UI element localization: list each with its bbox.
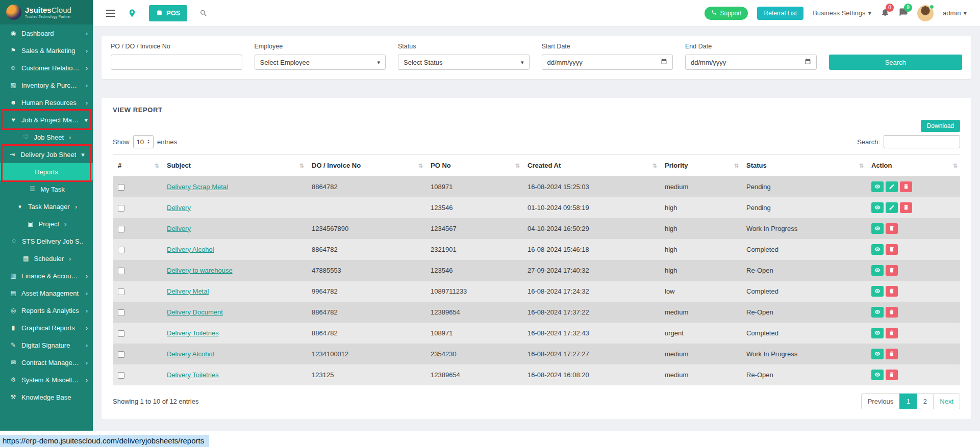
sort-icon[interactable]: ⇅ bbox=[953, 162, 958, 169]
page-button-1[interactable]: 1 bbox=[899, 393, 917, 409]
app-logo[interactable]: JsuitesCloud Trusted Technology Partner bbox=[0, 0, 93, 24]
notifications-bell[interactable]: 0 bbox=[881, 8, 890, 19]
column-header-action[interactable]: Action⇅ bbox=[866, 155, 960, 176]
column-header-po-no[interactable]: PO No⇅ bbox=[425, 155, 522, 176]
sidebar-item-customer-relationshi[interactable]: ☺Customer Relationshi...› bbox=[0, 59, 93, 76]
support-button[interactable]: Support bbox=[705, 7, 748, 20]
subject-link[interactable]: Delivery Alcohol bbox=[167, 246, 214, 253]
delete-button[interactable] bbox=[886, 223, 898, 234]
sidebar-item-job-project-manag[interactable]: ♥Job & Project Manag...▾ bbox=[0, 111, 93, 128]
referral-list-button[interactable]: Referral List bbox=[757, 7, 803, 20]
page-length-select[interactable]: 10 ▲▼ bbox=[133, 135, 154, 148]
subject-link[interactable]: Delivery Alcohol bbox=[167, 350, 214, 358]
page-button-next[interactable]: Next bbox=[933, 393, 960, 409]
view-button[interactable] bbox=[871, 244, 884, 255]
view-button[interactable] bbox=[871, 370, 884, 380]
sort-icon[interactable]: ⇅ bbox=[299, 162, 304, 169]
sidebar-item-knowledge-base[interactable]: ⚒Knowledge Base bbox=[0, 388, 93, 406]
view-button[interactable] bbox=[871, 349, 884, 359]
delete-button[interactable] bbox=[886, 286, 898, 297]
row-checkbox[interactable] bbox=[118, 184, 124, 191]
edit-button[interactable] bbox=[886, 202, 898, 213]
sidebar-item-digital-signature[interactable]: ✎Digital Signature› bbox=[0, 336, 93, 354]
sort-icon[interactable]: ⇅ bbox=[418, 162, 423, 169]
view-button[interactable] bbox=[871, 307, 884, 318]
sidebar-item-sts-delivery-job-s[interactable]: ♢STS Delivery Job S.. bbox=[0, 232, 93, 250]
row-checkbox[interactable] bbox=[118, 268, 124, 274]
delete-button[interactable] bbox=[886, 265, 898, 276]
view-button[interactable] bbox=[871, 223, 884, 234]
sort-icon[interactable]: ⇅ bbox=[652, 162, 657, 169]
subject-link[interactable]: Delivery Metal bbox=[167, 287, 209, 295]
sidebar-item-asset-management[interactable]: ▤Asset Management› bbox=[0, 284, 93, 302]
employee-select[interactable]: Select Employee ▾ bbox=[255, 55, 386, 70]
view-button[interactable] bbox=[871, 181, 884, 192]
view-button[interactable] bbox=[871, 202, 884, 213]
user-avatar[interactable] bbox=[917, 5, 934, 21]
row-checkbox[interactable] bbox=[118, 309, 124, 316]
column-header-do-invoice-no[interactable]: DO / Invoice No⇅ bbox=[307, 155, 425, 176]
view-button[interactable] bbox=[871, 286, 884, 297]
page-button-2[interactable]: 2 bbox=[916, 393, 934, 409]
sidebar-item-scheduler[interactable]: ▦Scheduler› bbox=[0, 250, 93, 267]
search-button[interactable]: Search bbox=[829, 55, 963, 70]
sidebar-item-finance-accounting[interactable]: ▥Finance & Accounting› bbox=[0, 267, 93, 284]
row-checkbox[interactable] bbox=[118, 247, 124, 253]
delete-button[interactable] bbox=[886, 244, 898, 255]
subject-link[interactable]: Delivery bbox=[167, 225, 191, 232]
sidebar-item-dashboard[interactable]: ◉Dashboard› bbox=[0, 24, 93, 42]
sidebar-item-my-task[interactable]: ☰My Task bbox=[0, 180, 93, 198]
column-header-created-at[interactable]: Created At⇅ bbox=[522, 155, 660, 176]
delete-button[interactable] bbox=[886, 307, 898, 318]
edit-button[interactable] bbox=[886, 181, 898, 192]
row-checkbox[interactable] bbox=[118, 205, 124, 212]
column-header-subject[interactable]: Subject⇅ bbox=[162, 155, 307, 176]
pos-button[interactable]: POS bbox=[149, 5, 187, 21]
delete-button[interactable] bbox=[886, 370, 898, 380]
page-button-previous[interactable]: Previous bbox=[861, 393, 900, 409]
end-date-input[interactable]: dd/mm/yyyy bbox=[685, 55, 817, 70]
business-settings-dropdown[interactable]: Business Settings ▾ bbox=[813, 9, 871, 17]
view-button[interactable] bbox=[871, 265, 884, 276]
sort-icon[interactable]: ⇅ bbox=[155, 162, 159, 169]
subject-link[interactable]: Delivery Document bbox=[167, 308, 223, 316]
sidebar-item-inventory-purchasi[interactable]: ▧Inventory & Purchasi...› bbox=[0, 76, 93, 94]
po-invoice-input[interactable] bbox=[111, 55, 242, 70]
subject-link[interactable]: Delivery to warehouse bbox=[167, 267, 233, 274]
subject-link[interactable]: Delivery bbox=[167, 204, 191, 212]
search-icon[interactable] bbox=[199, 9, 208, 17]
sidebar-item-contract-management[interactable]: ✉Contract Management› bbox=[0, 354, 93, 371]
sort-icon[interactable]: ⇅ bbox=[515, 162, 520, 169]
sidebar-item-delivery-job-sheet[interactable]: ⇥Delivery Job Sheet▾ bbox=[0, 146, 93, 163]
delete-button[interactable] bbox=[900, 181, 912, 192]
location-icon[interactable] bbox=[128, 9, 137, 18]
delete-button[interactable] bbox=[900, 202, 912, 213]
sidebar-item-reports[interactable]: Reports bbox=[0, 163, 93, 180]
row-checkbox[interactable] bbox=[118, 226, 124, 232]
subject-link[interactable]: Delivery Toiletries bbox=[167, 329, 219, 337]
sidebar-item-task-manager[interactable]: ♦Task Manager› bbox=[0, 198, 93, 215]
delete-button[interactable] bbox=[886, 328, 898, 338]
sidebar-item-graphical-reports[interactable]: ▮Graphical Reports› bbox=[0, 319, 93, 336]
start-date-input[interactable]: dd/mm/yyyy bbox=[542, 55, 673, 70]
sort-icon[interactable]: ⇅ bbox=[859, 162, 864, 169]
user-menu[interactable]: admin ▾ bbox=[943, 9, 967, 17]
row-checkbox[interactable] bbox=[118, 330, 124, 337]
sidebar-item-project[interactable]: ▣Project› bbox=[0, 215, 93, 232]
sort-icon[interactable]: ⇅ bbox=[734, 162, 739, 169]
menu-toggle-icon[interactable] bbox=[106, 10, 115, 17]
row-checkbox[interactable] bbox=[118, 372, 124, 379]
sidebar-item-system-miscellaneo[interactable]: ⚙System & Miscellaneo...› bbox=[0, 371, 93, 388]
sidebar-item-sales-marketing[interactable]: ⚑Sales & Marketing› bbox=[0, 42, 93, 59]
subject-link[interactable]: Delivery Scrap Metal bbox=[167, 183, 228, 191]
column-header-priority[interactable]: Priority⇅ bbox=[660, 155, 741, 176]
table-search-input[interactable] bbox=[884, 135, 960, 148]
sidebar-item-reports-analytics[interactable]: ◎Reports & Analytics› bbox=[0, 302, 93, 319]
column-header-status[interactable]: Status⇅ bbox=[741, 155, 866, 176]
sidebar-item-job-sheet[interactable]: ♡Job Sheet› bbox=[0, 128, 93, 146]
delete-button[interactable] bbox=[886, 349, 898, 359]
row-checkbox[interactable] bbox=[118, 351, 124, 358]
messages-icon-wrap[interactable]: 9 bbox=[899, 8, 908, 19]
status-select[interactable]: Select Status ▾ bbox=[398, 55, 530, 70]
sidebar-item-human-resources[interactable]: ☻Human Resources› bbox=[0, 94, 93, 111]
